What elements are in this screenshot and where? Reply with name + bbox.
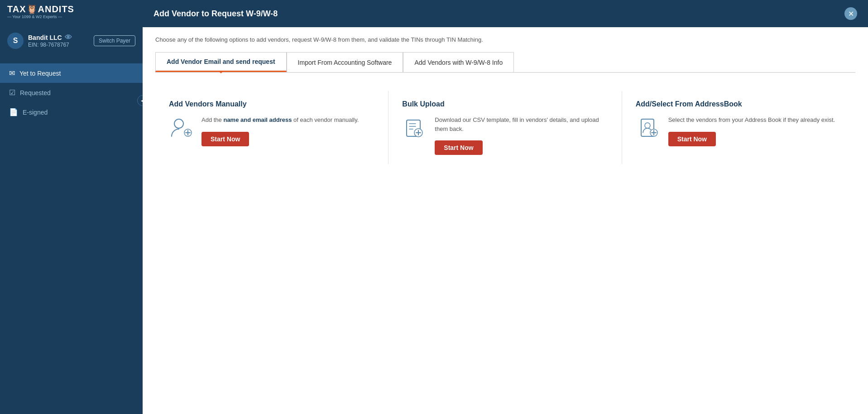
option-add-manually: Add Vendors Manually Add the n xyxy=(155,91,388,164)
modal-body: Choose any of the following options to a… xyxy=(143,27,868,414)
bulk-upload-start-button[interactable]: Start Now xyxy=(435,140,482,155)
requested-icon: ☑ xyxy=(9,88,15,97)
option-bulk-upload-text: Download our CSV template, fill in vendo… xyxy=(435,116,608,133)
option-address-book-title: Add/Select From AddressBook xyxy=(636,100,842,108)
payer-section: S Bandit LLC 👁 EIN: 98-7678767 Switch Pa… xyxy=(0,27,143,54)
sidebar-nav: ✉ Yet to Request ☑ Requested 📄 E-signed xyxy=(0,63,143,122)
logo: TAX🦉ANDITS — Your 1099 & W2 Experts — xyxy=(7,4,74,19)
payer-ein: EIN: 98-7678767 xyxy=(28,42,89,48)
modal-subtitle: Choose any of the following options to a… xyxy=(155,36,855,43)
option-bulk-upload-title: Bulk Upload xyxy=(402,100,608,108)
address-book-icon xyxy=(636,116,661,141)
eye-icon[interactable]: 👁 xyxy=(65,34,72,42)
tab-import-accounting[interactable]: Import From Accounting Software xyxy=(287,52,403,72)
sidebar-item-requested[interactable]: ☑ Requested xyxy=(0,83,143,102)
modal-tabs: Add Vendor Email and send request Import… xyxy=(155,52,855,73)
sidebar-item-label: Requested xyxy=(20,89,51,96)
svg-point-12 xyxy=(645,123,650,128)
yet-to-request-icon: ✉ xyxy=(9,69,15,77)
tab-add-vendor-email[interactable]: Add Vendor Email and send request xyxy=(155,52,287,72)
payer-name: Bandit LLC 👁 xyxy=(28,34,89,42)
option-add-manually-text-area: Add the name and email address of each v… xyxy=(201,116,359,146)
sidebar: S Bandit LLC 👁 EIN: 98-7678767 Switch Pa… xyxy=(0,23,143,414)
option-address-book-text-area: Select the vendors from your Address Boo… xyxy=(668,116,835,146)
payer-info: Bandit LLC 👁 EIN: 98-7678767 xyxy=(28,34,89,48)
svg-point-0 xyxy=(174,119,183,128)
address-book-start-button[interactable]: Start Now xyxy=(668,132,716,146)
add-vendor-icon xyxy=(169,116,194,141)
payer-avatar: S xyxy=(7,33,24,49)
option-address-book-content: Select the vendors from your Address Boo… xyxy=(636,116,842,146)
modal-title: Add Vendor to Request W-9/W-8 xyxy=(153,9,278,19)
option-add-manually-title: Add Vendors Manually xyxy=(169,100,374,108)
option-bulk-upload: Bulk Upload Dow xyxy=(388,91,622,164)
switch-payer-button[interactable]: Switch Payer xyxy=(94,35,135,46)
modal-header: Add Vendor to Request W-9/W-8 ✕ xyxy=(143,0,868,27)
sidebar-top-nav: TAX🦉ANDITS — Your 1099 & W2 Experts — xyxy=(0,0,143,23)
option-add-manually-content: Add the name and email address of each v… xyxy=(169,116,374,146)
logo-text: TAX🦉ANDITS xyxy=(7,4,74,14)
tab-add-vendors-info[interactable]: Add Vendors with W-9/W-8 Info xyxy=(403,52,514,72)
bulk-upload-icon xyxy=(402,116,427,141)
options-grid: Add Vendors Manually Add the n xyxy=(155,87,855,164)
option-bulk-upload-text-area: Download our CSV template, fill in vendo… xyxy=(435,116,608,155)
esigned-icon: 📄 xyxy=(9,108,18,116)
add-vendor-modal: Add Vendor to Request W-9/W-8 ✕ Choose a… xyxy=(143,0,868,414)
logo-sub: — Your 1099 & W2 Experts — xyxy=(7,14,74,19)
modal-close-button[interactable]: ✕ xyxy=(844,7,857,20)
option-address-book: Add/Select From AddressBook Se xyxy=(622,91,855,164)
option-bulk-upload-content: Download our CSV template, fill in vendo… xyxy=(402,116,608,155)
option-address-book-text: Select the vendors from your Address Boo… xyxy=(668,116,835,125)
option-add-manually-text: Add the name and email address of each v… xyxy=(201,116,359,125)
sidebar-item-label: Yet to Request xyxy=(19,70,61,77)
add-manually-start-button[interactable]: Start Now xyxy=(201,132,249,146)
sidebar-item-label: E-signed xyxy=(23,109,48,116)
sidebar-item-esigned[interactable]: 📄 E-signed xyxy=(0,102,143,122)
sidebar-item-yet-to-request[interactable]: ✉ Yet to Request xyxy=(0,63,143,83)
